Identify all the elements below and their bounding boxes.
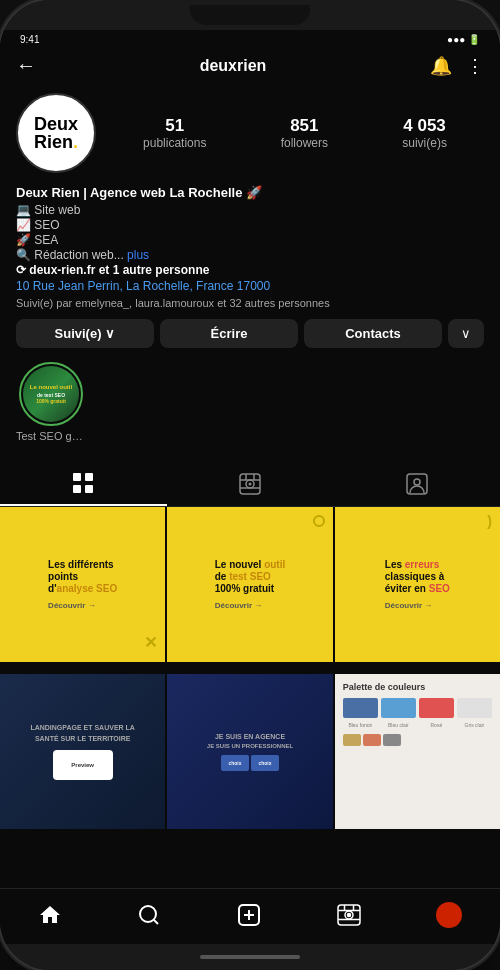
tab-tagged[interactable] — [333, 462, 500, 506]
screen: 9:41 ●●● 🔋 ← deuxrien 🔔 ⋮ Deux Rien. — [0, 30, 500, 944]
svg-rect-3 — [85, 485, 93, 493]
svg-point-6 — [249, 483, 252, 486]
nav-reels[interactable] — [337, 903, 361, 927]
palette-title: Palette de couleurs — [343, 682, 492, 692]
bio-link[interactable]: ⟳ deux-rien.fr et 1 autre personne — [16, 263, 484, 277]
bio-line-2: 📈 SEO — [16, 218, 484, 232]
phone-top — [0, 0, 500, 30]
svg-rect-0 — [73, 473, 81, 481]
avatar-text: Deux Rien. — [34, 115, 78, 151]
grid-cell-4[interactable]: LANDINGPAGE ET SAUVER LA SANTÉ SUR LE TE… — [0, 674, 165, 839]
story-item: Le nouvel outil de test SEO 100% gratuit… — [16, 362, 86, 442]
story-label: Test SEO grat... — [16, 430, 86, 442]
contacts-button[interactable]: Contacts — [304, 319, 442, 348]
following-label: suivi(e)s — [402, 136, 447, 150]
grid-cell-3[interactable]: ) Les erreurs classiques à éviter en SEO… — [335, 507, 500, 672]
more-options-icon[interactable]: ⋮ — [466, 55, 484, 77]
svg-point-20 — [347, 913, 350, 916]
publications-count: 51 — [143, 116, 206, 136]
phone-frame: 9:41 ●●● 🔋 ← deuxrien 🔔 ⋮ Deux Rien. — [0, 0, 500, 970]
status-time: 9:41 — [20, 34, 39, 45]
stat-following[interactable]: 4 053 suivi(e)s — [402, 116, 447, 150]
following-count: 4 053 — [402, 116, 447, 136]
tab-reels[interactable] — [167, 462, 334, 506]
nav-search[interactable] — [137, 903, 161, 927]
bottom-nav — [0, 888, 500, 944]
nav-add[interactable] — [237, 903, 261, 927]
message-button[interactable]: Écrire — [160, 319, 298, 348]
bio-section: Deux Rien | Agence web La Rochelle 🚀 💻 S… — [16, 185, 484, 309]
profile-username: deuxrien — [200, 57, 267, 75]
home-indicator — [200, 955, 300, 959]
bio-line-3: 🚀 SEA — [16, 233, 484, 247]
notch — [190, 5, 310, 25]
card-seo-text-2: Le nouvel outil de test SEO 100% gratuit… — [215, 559, 286, 611]
phone-bottom — [0, 944, 500, 970]
status-icons: ●●● 🔋 — [447, 34, 480, 45]
bio-line-1: 💻 Site web — [16, 203, 484, 217]
svg-line-14 — [154, 919, 158, 923]
nav-home[interactable] — [38, 903, 62, 927]
grid-row-1: ╲ ✕ Les différents points d'analyse SEO … — [0, 507, 500, 672]
back-button[interactable]: ← — [16, 54, 36, 77]
svg-rect-2 — [73, 485, 81, 493]
grid-cell-2[interactable]: Le nouvel outil de test SEO 100% gratuit… — [167, 507, 332, 672]
story-thumbnail: Le nouvel outil de test SEO 100% gratuit — [23, 366, 79, 422]
grid-row-2: LANDINGPAGE ET SAUVER LA SANTÉ SUR LE TE… — [0, 674, 500, 839]
stats-container: 51 publications 851 followers 4 053 suiv… — [106, 116, 484, 150]
followers-count: 851 — [281, 116, 328, 136]
svg-point-13 — [140, 906, 156, 922]
publications-label: publications — [143, 136, 206, 150]
profile-dot-indicator — [436, 902, 462, 928]
stat-followers[interactable]: 851 followers — [281, 116, 328, 150]
stories-row: Le nouvel outil de test SEO 100% gratuit… — [16, 362, 484, 442]
profile-section: Deux Rien. 51 publications 851 followers… — [0, 83, 500, 462]
action-buttons: Suivi(e) ∨ Écrire Contacts ∨ — [16, 319, 484, 348]
profile-stats-row: Deux Rien. 51 publications 851 followers… — [16, 93, 484, 173]
grid-cell-6[interactable]: Palette de couleurs Bleu foncé Bleu clai… — [335, 674, 500, 839]
grid-cell-5[interactable]: JE SUIS EN AGENCE JE SUIS UN PROFESSIONN… — [167, 674, 332, 839]
bio-name: Deux Rien | Agence web La Rochelle 🚀 — [16, 185, 484, 200]
header: ← deuxrien 🔔 ⋮ — [0, 48, 500, 83]
svg-point-12 — [414, 479, 420, 485]
notification-icon[interactable]: 🔔 — [430, 55, 452, 77]
following-button[interactable]: Suivi(e) ∨ — [16, 319, 154, 348]
svg-rect-1 — [85, 473, 93, 481]
bio-followed-by: Suivi(e) par emelynea_, laura.lamouroux … — [16, 297, 484, 309]
grid-cell-1[interactable]: ╲ ✕ Les différents points d'analyse SEO … — [0, 507, 165, 672]
story-ring[interactable]: Le nouvel outil de test SEO 100% gratuit — [19, 362, 83, 426]
more-button[interactable]: ∨ — [448, 319, 484, 348]
stat-publications[interactable]: 51 publications — [143, 116, 206, 150]
tabs-row — [0, 462, 500, 507]
followers-label: followers — [281, 136, 328, 150]
bio-line-4: 🔍 Rédaction web... plus — [16, 248, 484, 262]
bio-location[interactable]: 10 Rue Jean Perrin, La Rochelle, France … — [16, 279, 484, 293]
card-seo-text-3: Les erreurs classiques à éviter en SEO D… — [385, 559, 450, 611]
status-bar: 9:41 ●●● 🔋 — [0, 30, 500, 48]
content-area: ╲ ✕ Les différents points d'analyse SEO … — [0, 507, 500, 888]
card-seo-text-1: Les différents points d'analyse SEO Déco… — [48, 559, 117, 611]
header-actions: 🔔 ⋮ — [430, 55, 484, 77]
avatar[interactable]: Deux Rien. — [16, 93, 96, 173]
bio-more-link[interactable]: plus — [127, 248, 149, 262]
tab-grid[interactable] — [0, 462, 167, 506]
nav-profile[interactable] — [436, 902, 462, 928]
